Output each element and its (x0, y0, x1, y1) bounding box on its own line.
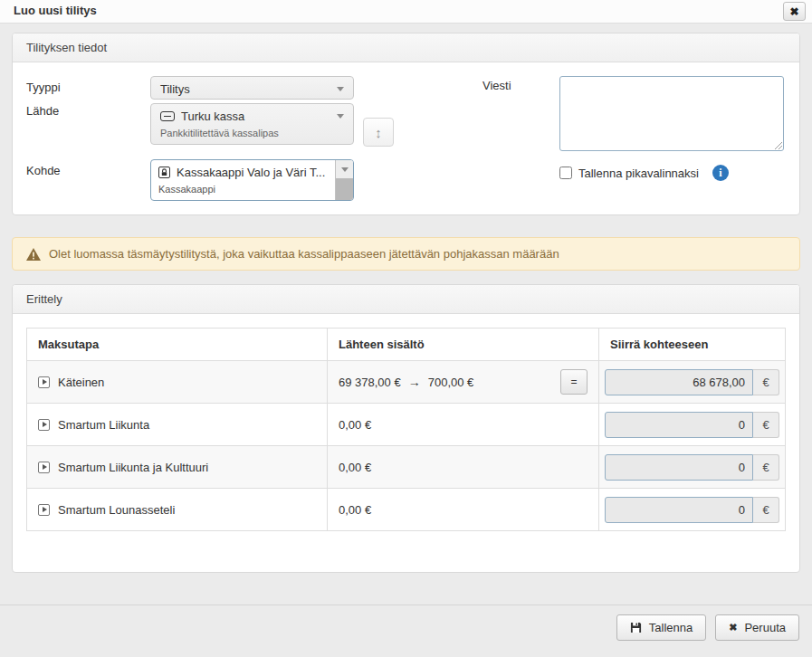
save-button[interactable]: Tallenna (616, 614, 706, 641)
swap-vertical-icon: ↕ (375, 125, 382, 140)
settlement-details-panel: Tilityksen tiedot Tyyppi Tilitys (12, 33, 800, 215)
table-row: Smartum Lounasseteli 0,00 € € (27, 489, 786, 531)
table-header-row: Maksutapa Lähteen sisältö Siirrä kohtees… (27, 328, 786, 361)
close-button[interactable]: ✖ (783, 2, 806, 21)
safe-lock-icon (158, 167, 170, 178)
breakdown-heading: Erittely (13, 285, 799, 314)
save-button-label: Tallenna (649, 621, 693, 634)
table-row: Käteinen 69 378,00 € → 700,00 € = (27, 361, 786, 404)
message-label: Viesti (482, 76, 559, 201)
transfer-amount-input[interactable] (605, 497, 753, 523)
warning-text: Olet luomassa täsmäytystilitystä, joka v… (49, 247, 559, 261)
cash-drawer-icon (160, 111, 175, 121)
chevron-down-icon (341, 167, 349, 172)
dialog-body: Tilityksen tiedot Tyyppi Tilitys (0, 24, 812, 605)
type-select[interactable]: Tilitys (150, 76, 354, 100)
dialog-header: Luo uusi tilitys ✖ (0, 0, 812, 24)
dialog-footer: Tallenna ✖ Peruuta (0, 605, 812, 657)
currency-addon: € (753, 412, 779, 438)
chevron-down-icon (337, 87, 344, 91)
payment-method-name: Smartum Lounasseteli (58, 503, 175, 517)
currency-addon: € (753, 369, 779, 395)
header-payment-method: Maksutapa (27, 328, 328, 361)
arrow-right-icon: → (408, 375, 421, 389)
expand-row-icon[interactable] (38, 376, 50, 388)
target-select-value: Kassakaappi Valo ja Väri T... (177, 166, 325, 179)
type-label: Tyyppi (26, 76, 150, 100)
save-floppy-icon (630, 622, 642, 633)
transfer-amount-input[interactable] (605, 454, 753, 481)
source-select-value: Turku kassa (181, 110, 244, 123)
save-shortcut-checkbox[interactable] (559, 167, 572, 179)
reconciliation-warning-alert: Olet luomassa täsmäytystilitystä, joka v… (12, 237, 800, 271)
target-field-row: Kohde Kassakaappi Valo ja Väri T... (26, 159, 482, 201)
message-textarea[interactable] (559, 76, 784, 151)
source-amount: 69 378,00 € (339, 376, 401, 389)
expand-row-icon[interactable] (38, 504, 50, 516)
breakdown-panel: Erittely Maksutapa Lähteen sisältö Siirr… (12, 284, 800, 573)
type-field-row: Tyyppi Tilitys (26, 76, 482, 100)
payment-method-name: Smartum Liikunta (58, 418, 149, 432)
target-label: Kohde (26, 159, 150, 201)
create-settlement-dialog: Luo uusi tilitys ✖ Tilityksen tiedot Tyy… (0, 0, 812, 657)
transfer-amount-input[interactable] (605, 412, 753, 438)
breakdown-table: Maksutapa Lähteen sisältö Siirrä kohtees… (26, 328, 786, 531)
expand-row-icon[interactable] (38, 419, 50, 431)
source-amount: 0,00 € (339, 503, 371, 517)
table-row: Smartum Liikunta ja Kulttuuri 0,00 € € (27, 446, 786, 489)
target-select[interactable]: Kassakaappi Valo ja Väri T... Kassakaapp… (150, 159, 354, 201)
close-icon: ✖ (789, 6, 798, 17)
target-select-dropdown-strip[interactable] (335, 160, 353, 200)
currency-addon: € (753, 497, 779, 523)
header-source-content: Lähteen sisältö (328, 328, 599, 361)
warning-triangle-icon (26, 248, 41, 261)
payment-method-name: Käteinen (58, 376, 104, 389)
chevron-down-icon (337, 114, 344, 119)
expand-row-icon[interactable] (38, 462, 50, 473)
set-equal-button[interactable]: = (560, 369, 588, 395)
save-shortcut-label: Tallenna pikavalinnaksi (578, 167, 699, 180)
cancel-x-icon: ✖ (729, 622, 737, 633)
source-amount: 0,00 € (339, 461, 371, 474)
swap-source-target-button[interactable]: ↕ (363, 118, 394, 147)
payment-method-name: Smartum Liikunta ja Kulttuuri (58, 461, 208, 474)
source-label: Lähde (26, 100, 150, 145)
transfer-amount-input[interactable] (605, 369, 753, 395)
source-select-description: Pankkitilitettävä kassalipas (151, 128, 353, 144)
dialog-title: Luo uusi tilitys (14, 4, 97, 17)
settlement-details-heading: Tilityksen tiedot (13, 33, 799, 62)
target-select-description: Kassakaappi (151, 184, 335, 200)
source-select[interactable]: Turku kassa Pankkitilitettävä kassalipas (150, 103, 354, 145)
table-row: Smartum Liikunta 0,00 € € (27, 404, 786, 446)
dropdown-strip-handle (336, 178, 353, 200)
source-amount: 0,00 € (339, 418, 371, 432)
info-icon[interactable]: i (712, 165, 729, 181)
cancel-button-label: Peruuta (744, 621, 786, 634)
counted-amount: 700,00 € (428, 376, 474, 389)
type-select-value: Tilitys (160, 82, 190, 96)
currency-addon: € (753, 454, 779, 481)
cancel-button[interactable]: ✖ Peruuta (715, 614, 799, 641)
source-field-row: Lähde Turku kassa Pankkitilitettävä kas (26, 100, 482, 145)
header-transfer: Siirrä kohteeseen (599, 328, 786, 361)
